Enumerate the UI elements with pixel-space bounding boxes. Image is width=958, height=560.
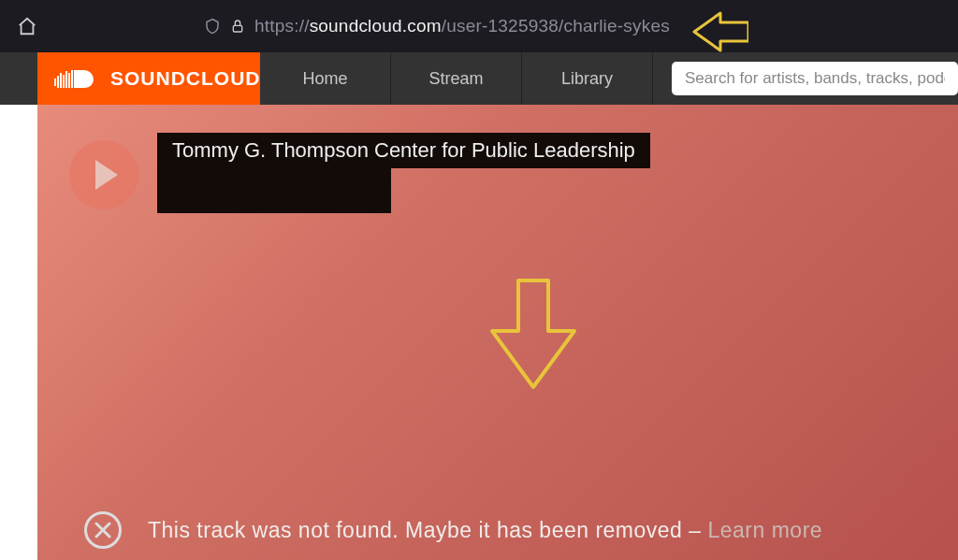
- track-notfound-bar: This track was not found. Maybe it has b…: [37, 500, 958, 560]
- url-host: soundcloud.com: [310, 16, 442, 36]
- logo-text: SOUNDCLOUD: [110, 67, 261, 90]
- search-input[interactable]: [672, 62, 958, 95]
- lock-icon: [230, 17, 245, 36]
- svg-rect-2: [57, 76, 59, 88]
- play-button[interactable]: [69, 140, 138, 209]
- notfound-sep: –: [682, 518, 707, 542]
- url-text: https://soundcloud.com/user-1325938/char…: [254, 16, 670, 36]
- shield-icon: [204, 17, 221, 36]
- learn-more-link[interactable]: Learn more: [707, 518, 822, 542]
- svg-rect-6: [68, 73, 70, 88]
- svg-rect-0: [233, 25, 241, 32]
- site-header: SOUNDCLOUD Home Stream Library: [0, 52, 958, 105]
- main-nav: Home Stream Library: [260, 52, 653, 105]
- notfound-message: This track was not found. Maybe it has b…: [148, 518, 682, 542]
- browser-toolbar: https://soundcloud.com/user-1325938/char…: [0, 0, 958, 52]
- url-path: /user-1325938/charlie-sykes: [442, 16, 670, 36]
- track-hero: Tommy G. Thompson Center for Public Lead…: [37, 105, 958, 560]
- content-area: Tommy G. Thompson Center for Public Lead…: [0, 105, 958, 560]
- svg-rect-7: [71, 70, 73, 88]
- uploader-name[interactable]: Tommy G. Thompson Center for Public Lead…: [157, 133, 650, 168]
- svg-rect-3: [60, 73, 62, 88]
- annotation-arrow-down-icon: [486, 279, 580, 391]
- nav-library[interactable]: Library: [522, 52, 653, 105]
- svg-rect-1: [54, 79, 56, 86]
- svg-rect-4: [63, 75, 65, 88]
- nav-home[interactable]: Home: [260, 52, 391, 105]
- nav-stream[interactable]: Stream: [391, 52, 522, 105]
- play-icon: [95, 160, 118, 190]
- error-x-icon: [84, 511, 122, 549]
- address-bar[interactable]: https://soundcloud.com/user-1325938/char…: [195, 7, 679, 45]
- logo[interactable]: SOUNDCLOUD: [37, 52, 260, 105]
- svg-rect-5: [65, 71, 67, 88]
- url-protocol: https://: [254, 16, 310, 36]
- track-title-placeholder: [157, 166, 391, 213]
- home-button[interactable]: [11, 10, 43, 42]
- annotation-arrow-left-icon: [692, 11, 748, 52]
- notfound-text: This track was not found. Maybe it has b…: [148, 518, 822, 543]
- soundcloud-cloud-icon: [54, 67, 99, 90]
- search-container: [672, 52, 958, 105]
